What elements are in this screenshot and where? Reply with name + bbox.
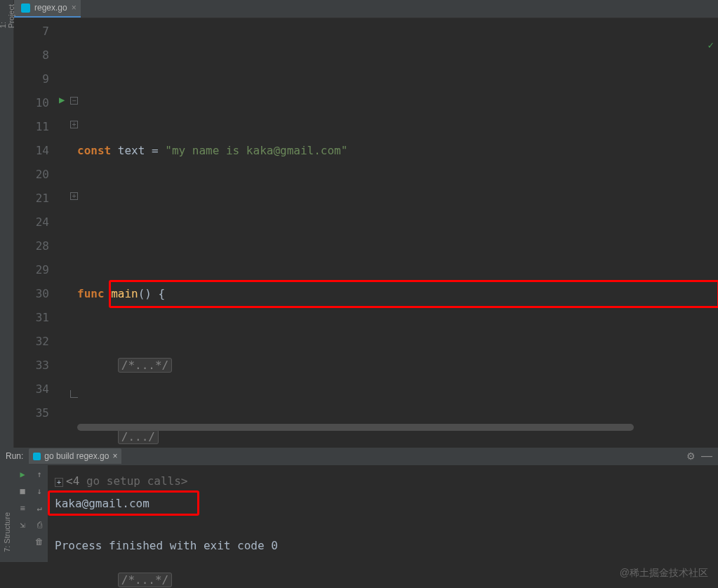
code-editor[interactable]: ✓ 7 8 9 10 11 14 20 21 24 28 29 30 31 32… xyxy=(14,18,718,448)
stop-icon[interactable]: ■ xyxy=(16,485,29,497)
folded-region[interactable]: /*...*/ xyxy=(118,358,172,373)
softwrap-icon[interactable]: ↵ xyxy=(33,502,46,514)
clear-icon[interactable]: 🗑 xyxy=(33,535,46,548)
project-label[interactable]: 1: Project xyxy=(0,0,15,32)
editor-tab-bar: regex.go × xyxy=(14,0,718,18)
line-numbers: 7 8 9 10 11 14 20 21 24 28 29 30 31 32 3… xyxy=(14,18,56,448)
gutter: ▶ − + + xyxy=(56,18,77,448)
fold-toggle-icon[interactable]: + xyxy=(55,478,63,487)
project-tool-stripe[interactable]: 1: Project ▦ xyxy=(0,0,14,18)
run-gutter-icon[interactable]: ▶ xyxy=(59,94,69,104)
console-output[interactable]: +<4 go setup calls> kaka@gmail.com Proce… xyxy=(48,465,718,562)
close-tab-icon[interactable]: × xyxy=(72,3,77,13)
run-label: Run: xyxy=(6,451,23,461)
pin-icon[interactable]: ⇲ xyxy=(16,519,29,531)
structure-label[interactable]: 7: Structure xyxy=(3,508,11,556)
editor-tab-regex[interactable]: regex.go × xyxy=(14,0,81,18)
tab-filename: regex.go xyxy=(34,3,67,13)
folded-region[interactable]: /*...*/ xyxy=(118,573,172,587)
scroll-icon[interactable]: ⎙ xyxy=(33,519,46,531)
down-icon[interactable]: ↓ xyxy=(33,485,46,497)
go-file-icon xyxy=(21,4,30,13)
code-content[interactable]: const text = "my name is kaka@gmail.com"… xyxy=(77,18,718,448)
watermark: @稀土掘金技术社区 xyxy=(620,567,708,580)
rerun-icon[interactable]: ▶ xyxy=(16,468,29,481)
horizontal-scrollbar[interactable] xyxy=(77,424,710,431)
layout-icon[interactable]: ≡ xyxy=(16,502,29,514)
run-toolbar: ▶ ■ ≡ ⇲ ↑ ↓ ↵ ⎙ 🗑 xyxy=(14,465,48,562)
folded-region[interactable]: /.../ xyxy=(118,429,159,444)
go-file-icon xyxy=(33,453,41,460)
up-icon[interactable]: ↑ xyxy=(33,468,46,481)
